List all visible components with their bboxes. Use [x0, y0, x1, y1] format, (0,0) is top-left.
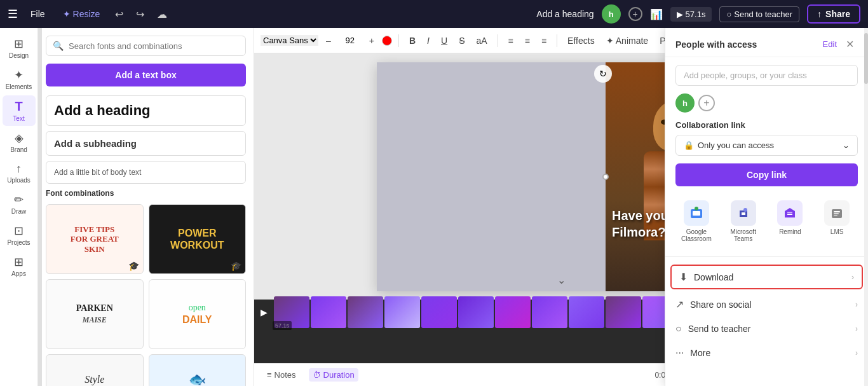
- body-style-item[interactable]: Add a little bit of body text: [46, 161, 246, 184]
- timeline-frame[interactable]: [495, 296, 531, 328]
- sidebar-item-label: Projects: [7, 239, 30, 246]
- sidebar-item-projects[interactable]: ⊡ Projects: [3, 220, 36, 250]
- align-justify-button[interactable]: ≡: [538, 34, 550, 48]
- text-color-button[interactable]: [382, 36, 392, 46]
- share-add-people-input[interactable]: Add people, groups, or your class: [675, 65, 858, 86]
- font-size-increase-button[interactable]: +: [365, 34, 378, 48]
- font-card-2[interactable]: POWERWORKOUT 🎓: [149, 204, 247, 274]
- font-card-6[interactable]: 🐟: [149, 354, 247, 386]
- subheading-style-item[interactable]: Add a subheading: [46, 131, 246, 156]
- underline-button[interactable]: U: [437, 34, 451, 48]
- main-layout: ⊞ Design ✦ Elements T Text ◈ Brand ↑ Upl…: [0, 28, 868, 386]
- sidebar-item-draw[interactable]: ✏ Draw: [3, 189, 36, 219]
- share-button[interactable]: ↑ Share: [807, 4, 860, 24]
- avatar[interactable]: h: [602, 4, 621, 24]
- download-label: Download: [694, 272, 733, 282]
- sidebar-item-apps[interactable]: ⊞ Apps: [3, 251, 36, 281]
- resize-handle-left[interactable]: [602, 174, 609, 180]
- font-card-3[interactable]: PARKENMAISE: [46, 279, 144, 349]
- sidebar-item-elements[interactable]: ✦ Elements: [3, 64, 36, 94]
- text-panel: 🔍 Add a text box Add a heading Add a sub…: [38, 28, 254, 386]
- sidebar-item-uploads[interactable]: ↑ Uploads: [3, 158, 36, 188]
- timeline-frame[interactable]: [384, 296, 420, 328]
- send-to-teacher-action[interactable]: ○ Send to teacher ›: [665, 317, 868, 341]
- cloud-save-icon[interactable]: ☁: [154, 6, 170, 23]
- resize-button[interactable]: ✦ Resize: [58, 6, 105, 22]
- send-teacher-icon: ○: [675, 323, 682, 334]
- file-menu[interactable]: File: [25, 6, 50, 22]
- timeline-frame[interactable]: [348, 296, 383, 328]
- preview-play-button[interactable]: ▶ 57.1s: [670, 7, 712, 22]
- send-to-teacher-button[interactable]: ○ Send to teacher: [719, 6, 799, 22]
- search-input[interactable]: [69, 41, 239, 51]
- collab-link-label: Collaboration link: [675, 120, 858, 130]
- font-card-1[interactable]: FIVE TIPSFOR GREATSKIN 🎓: [46, 204, 144, 274]
- google-classroom-button[interactable]: GoogleClassroom: [675, 196, 717, 246]
- duration-icon: ⏱: [313, 370, 321, 380]
- lms-button[interactable]: LMS: [816, 196, 858, 246]
- canvas-expand-button[interactable]: ⌄: [557, 274, 566, 286]
- share-panel-title: People with access: [675, 39, 757, 50]
- remind-icon: [777, 200, 803, 226]
- download-action[interactable]: ⬇ Download ›: [670, 265, 863, 289]
- font-card-4[interactable]: open DAILY: [149, 279, 247, 349]
- share-panel-close-button[interactable]: ✕: [842, 37, 858, 52]
- sidebar-item-brand[interactable]: ◈ Brand: [3, 127, 36, 157]
- sidebar-item-design[interactable]: ⊞ Design: [3, 33, 36, 63]
- font-size-decrease-button[interactable]: –: [322, 34, 335, 48]
- share-avatars: h +: [675, 93, 858, 113]
- google-classroom-label: GoogleClassroom: [681, 228, 712, 242]
- microsoft-teams-button[interactable]: MicrosoftTeams: [722, 196, 764, 246]
- access-level-dropdown[interactable]: 🔒 Only you can access ⌄: [675, 135, 858, 156]
- bold-button[interactable]: B: [405, 34, 419, 48]
- share-edit-link[interactable]: Edit: [823, 39, 837, 49]
- align-left-button[interactable]: ≡: [505, 34, 517, 48]
- more-action[interactable]: ··· More ›: [665, 341, 868, 365]
- more-action-left: ··· More: [675, 347, 710, 359]
- apps-icon: ⊞: [14, 255, 24, 269]
- add-collaborator-button[interactable]: +: [628, 7, 642, 21]
- font-size-toggle[interactable]: aA: [472, 34, 491, 48]
- scrollbar-thumb[interactable]: [864, 33, 868, 84]
- menu-icon[interactable]: ☰: [8, 7, 18, 21]
- sidebar-item-text[interactable]: T Text: [3, 95, 36, 126]
- animate-icon: ✦: [606, 36, 614, 46]
- heading-style-item[interactable]: Add a heading: [46, 95, 246, 126]
- strikethrough-button[interactable]: S: [455, 34, 468, 48]
- font-size-input[interactable]: [339, 36, 362, 45]
- remind-button[interactable]: Remind: [770, 196, 811, 246]
- chart-icon[interactable]: 📊: [650, 8, 663, 20]
- svg-point-5: [743, 208, 747, 212]
- undo-button[interactable]: ↩: [112, 6, 126, 23]
- lms-icon: [824, 200, 850, 226]
- animate-button[interactable]: ✦ Animate: [602, 34, 652, 48]
- copy-link-button[interactable]: Copy link: [675, 163, 858, 186]
- share-on-social-action[interactable]: ↗ Share on social ›: [665, 292, 868, 317]
- add-text-box-button[interactable]: Add a text box: [46, 64, 246, 86]
- send-icon: ○: [726, 10, 731, 19]
- timeline-frame[interactable]: [311, 296, 346, 328]
- download-chevron-icon: ›: [851, 273, 854, 282]
- timeline-play-button[interactable]: ▶: [261, 307, 268, 317]
- font-family-select[interactable]: Canva Sans: [261, 35, 318, 46]
- text-panel-content: 🔍 Add a text box Add a heading Add a sub…: [38, 28, 254, 386]
- refresh-video-button[interactable]: ↻: [594, 65, 612, 83]
- font-card-5[interactable]: Style: [46, 354, 144, 386]
- body-style-preview: Add a little bit of body text: [54, 168, 238, 177]
- duration-button[interactable]: ⏱ Duration: [309, 368, 358, 382]
- share-avatar-user: h: [675, 93, 695, 113]
- redo-button[interactable]: ↪: [133, 6, 147, 23]
- more-icon: ···: [675, 347, 684, 359]
- italic-button[interactable]: I: [423, 34, 433, 48]
- timeline-frame[interactable]: [532, 296, 567, 328]
- effects-button[interactable]: Effects: [564, 34, 599, 48]
- timeline-frame[interactable]: [606, 296, 641, 328]
- align-center-button[interactable]: ≡: [521, 34, 534, 48]
- notes-button[interactable]: ≡ Notes: [263, 368, 300, 382]
- timeline-frame[interactable]: [569, 296, 604, 328]
- timeline-frame[interactable]: [421, 296, 457, 328]
- share-add-collab-button[interactable]: +: [698, 95, 715, 111]
- timeline-frame[interactable]: [458, 296, 494, 328]
- search-box[interactable]: 🔍: [46, 36, 246, 56]
- design-icon: ⊞: [14, 37, 24, 51]
